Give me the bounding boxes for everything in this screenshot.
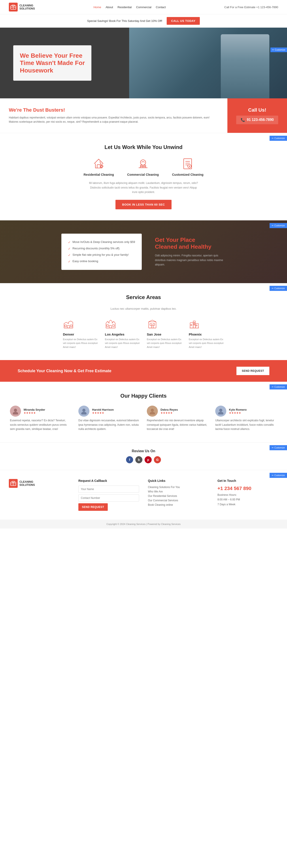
denver-icon bbox=[63, 319, 74, 330]
about: We're The Dust Busters! Habitant dapibus… bbox=[0, 98, 287, 133]
hero-title: We Believe Your Free Time Wasn't Made Fo… bbox=[20, 52, 85, 74]
footer-link-1[interactable]: Cleaning Solutions For You bbox=[148, 486, 209, 489]
footer-customize-button[interactable]: ✏ Customize bbox=[270, 473, 287, 478]
svg-rect-28 bbox=[153, 323, 155, 326]
google-icon[interactable]: G bbox=[154, 456, 161, 463]
hero-content: We Believe Your Free Time Wasn't Made Fo… bbox=[13, 45, 92, 81]
footer-logo-text: CLEANING SOLUTIONS bbox=[20, 480, 35, 487]
testimonial-debra-name: Debra Reyes bbox=[160, 408, 178, 411]
book-now-button[interactable]: BOOK IN LESS THAN 60 SEC bbox=[115, 200, 171, 209]
callback-name-input[interactable] bbox=[78, 486, 139, 493]
testimonial-harold-stars: ★★★★★ bbox=[92, 411, 114, 414]
about-title: We're The Dust Busters! bbox=[9, 107, 219, 113]
review-section: ✏ Customize Review Us On f b p G bbox=[0, 442, 287, 470]
svg-rect-29 bbox=[151, 326, 153, 328]
review-customize-button[interactable]: ✏ Customize bbox=[270, 445, 287, 450]
footer-send-request-button[interactable]: SEND REQUEST bbox=[78, 503, 108, 511]
svg-point-42 bbox=[81, 412, 86, 414]
check-icon-3: ✓ bbox=[68, 253, 71, 257]
area-sanjose: San Jose Excepturi ex Delectus autem Ex … bbox=[147, 319, 182, 349]
footer-logo: CLEANING SOLUTIONS bbox=[9, 479, 70, 511]
testimonial-debra-text: Reprehenderit nisi nisi dererunt invento… bbox=[147, 418, 209, 431]
footer-contact-hours-label: Business Hours: bbox=[217, 493, 278, 498]
area-sanjose-text: Excepturi ex Delectus autem Ex vel corpo… bbox=[147, 338, 182, 349]
la-icon bbox=[105, 319, 116, 330]
areas-grid: Denver Excepturi ex Delectus autem Ex ve… bbox=[9, 319, 278, 349]
hero-text-box: We Believe Your Free Time Wasn't Made Fo… bbox=[13, 45, 92, 81]
hero-background bbox=[129, 28, 287, 98]
footer-links-title: Quick Links bbox=[148, 479, 209, 483]
bookmark-icon[interactable]: b bbox=[135, 456, 142, 463]
testimonial-miranda-name: Miranda Snyder bbox=[24, 408, 45, 411]
svg-rect-27 bbox=[150, 323, 152, 326]
nav-cta-text: Call For a Free Estimate +1 123-456-7890 bbox=[224, 5, 278, 9]
footer-link-3[interactable]: Our Residential Services bbox=[148, 494, 209, 498]
pinterest-icon[interactable]: p bbox=[145, 456, 152, 463]
logo-icon bbox=[9, 3, 17, 11]
call-us-today-button[interactable]: CALL US TODAY bbox=[167, 17, 200, 25]
testimonial-kyle-stars: ★★★★★ bbox=[229, 411, 247, 414]
svg-point-40 bbox=[13, 412, 18, 414]
svg-rect-32 bbox=[193, 321, 195, 328]
testimonial-harold-avatar bbox=[78, 406, 89, 417]
nav-commercial[interactable]: Commercial bbox=[136, 5, 151, 9]
testimonial-kyle-name: Kyle Romero bbox=[229, 408, 247, 411]
testimonial-miranda-header: Miranda Snyder ★★★★★ bbox=[10, 406, 72, 417]
services-customize-button[interactable]: ✏ Customize bbox=[270, 136, 287, 141]
footer-logo-icon bbox=[9, 479, 17, 488]
footer-link-2[interactable]: Who We Are bbox=[148, 490, 209, 493]
hero: We Believe Your Free Time Wasn't Made Fo… bbox=[0, 28, 287, 98]
footer-link-4[interactable]: Our Commercial Services bbox=[148, 499, 209, 502]
svg-rect-26 bbox=[149, 322, 156, 328]
svg-rect-24 bbox=[113, 325, 114, 327]
svg-rect-33 bbox=[195, 323, 199, 328]
feature-item-4: ✓ Easy online booking bbox=[68, 259, 135, 263]
footer-contact-title: Get In Touch bbox=[217, 479, 278, 483]
social-icons: f b p G bbox=[9, 456, 278, 463]
service-commercial-label: Commercial Cleaning bbox=[127, 173, 159, 176]
testimonial-miranda-stars: ★★★★★ bbox=[24, 411, 45, 414]
services-grid: Residential Cleaning Commercial Cleaning bbox=[9, 157, 278, 176]
features-customize-button[interactable]: ✏ Customize bbox=[270, 223, 287, 228]
feature-item-2: ✓ Recurring discounts (monthly 5% off) bbox=[68, 247, 135, 250]
features-text: Odit adipiscing minim. Fringilla nascetu… bbox=[155, 253, 226, 267]
svg-point-43 bbox=[151, 409, 154, 412]
call-us-number[interactable]: 📞 91 123-456-7890 bbox=[236, 116, 278, 124]
nav-about[interactable]: About bbox=[106, 5, 113, 9]
footer-section: ✏ Customize CLEANING SOLUTIONS bbox=[0, 470, 287, 528]
nav-residential[interactable]: Residential bbox=[117, 5, 132, 9]
svg-rect-36 bbox=[194, 324, 195, 325]
footer-link-5[interactable]: Book Cleaning online bbox=[148, 503, 209, 506]
area-denver: Denver Excepturi ex Delectus autem Ex ve… bbox=[63, 319, 98, 349]
svg-rect-18 bbox=[67, 326, 70, 328]
services: ✏ Customize Let Us Work While You Unwind… bbox=[0, 133, 287, 220]
about-left: We're The Dust Busters! Habitant dapibus… bbox=[0, 98, 227, 133]
svg-point-39 bbox=[14, 409, 17, 412]
footer-contact-phone[interactable]: +1 234 567 890 bbox=[217, 486, 278, 491]
testimonial-debra-avatar bbox=[147, 406, 158, 417]
promo-bar: Special Savings! Book For This Saturday … bbox=[0, 14, 287, 28]
hero-person-image bbox=[221, 34, 270, 98]
logo[interactable]: CLEANING SOLUTIONS bbox=[9, 3, 35, 11]
service-customized: Customized Cleaning bbox=[172, 157, 203, 176]
send-request-button[interactable]: SEND REQUEST bbox=[237, 367, 270, 375]
features-list-box: ✓ Move In/Outs & Deep Cleaning services … bbox=[61, 234, 142, 270]
callback-phone-input[interactable] bbox=[78, 494, 139, 501]
footer-logo-mark: CLEANING SOLUTIONS bbox=[9, 479, 70, 488]
nav-contact[interactable]: Contact bbox=[156, 5, 166, 9]
svg-rect-4 bbox=[97, 165, 100, 168]
footer: ✏ Customize CLEANING SOLUTIONS bbox=[0, 470, 287, 520]
svg-rect-34 bbox=[191, 324, 192, 326]
service-commercial: Commercial Cleaning bbox=[127, 157, 159, 176]
areas-customize-button[interactable]: ✏ Customize bbox=[270, 286, 287, 291]
features-title: Get Your Place Cleaned and Healthy bbox=[155, 237, 226, 250]
area-phoenix: Phoenix Excepturi ex Delectus autem Ex v… bbox=[189, 319, 224, 349]
testimonials: ✏ Customize Our Happy Clients Miranda Sn… bbox=[0, 382, 287, 442]
testimonials-customize-button[interactable]: ✏ Customize bbox=[270, 384, 287, 390]
nav-home[interactable]: Home bbox=[94, 5, 101, 9]
facebook-icon[interactable]: f bbox=[126, 456, 133, 463]
svg-rect-19 bbox=[65, 325, 67, 327]
area-sanjose-name: San Jose bbox=[147, 333, 182, 336]
hero-customize-button[interactable]: ✏ Customize bbox=[271, 48, 287, 52]
logo-text: CLEANING SOLUTIONS bbox=[20, 4, 35, 10]
